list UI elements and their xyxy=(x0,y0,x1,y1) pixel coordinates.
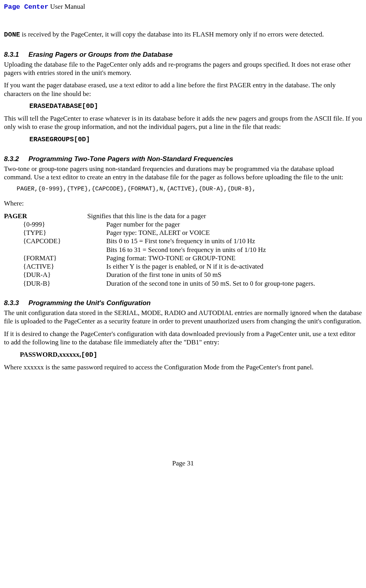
section-number: 8.3.2 xyxy=(4,155,19,163)
section-title: Erasing Pagers or Groups from the Databa… xyxy=(29,51,173,58)
body-paragraph: Where xxxxxx is the same password requir… xyxy=(4,363,362,371)
definition-row: {TYPE}Pager type: TONE, ALERT or VOICE xyxy=(4,229,362,237)
code-erasegroups: ERASEGROUPS[0D] xyxy=(29,135,362,144)
definition-row: {DUR-A}Duration of the first tone in uni… xyxy=(4,271,362,279)
definition-term: {FORMAT} xyxy=(4,254,106,262)
definition-desc: Bits 0 to 15 = First tone's frequency in… xyxy=(106,237,362,245)
password-bold: PASSWORD,xxxxxx, xyxy=(20,351,81,358)
definition-term: {TYPE} xyxy=(4,229,106,237)
body-paragraph: If you want the pager database erased, u… xyxy=(4,81,362,98)
header-product-name: Page Center xyxy=(4,3,48,11)
definition-row: {ACTIVE}Is either Y is the pager is enab… xyxy=(4,262,362,271)
code-password: PASSWORD,xxxxxx,[0D] xyxy=(20,350,362,359)
section-8-3-2-heading: 8.3.2Programming Two-Tone Pagers with No… xyxy=(4,155,362,163)
definition-term: {DUR-A} xyxy=(4,271,106,279)
definition-desc: Pager type: TONE, ALERT or VOICE xyxy=(106,229,362,237)
definition-desc: Paging format: TWO-TONE or GROUP-TONE xyxy=(106,254,362,262)
definition-term: {CAPCODE} xyxy=(4,237,106,245)
page-header: Page Center User Manual xyxy=(4,2,362,11)
where-label: Where: xyxy=(4,199,362,208)
password-mono: [0D] xyxy=(81,351,98,359)
section-8-3-3-heading: 8.3.3Programming the Unit's Configuratio… xyxy=(4,299,362,307)
definition-row: {FORMAT}Paging format: TWO-TONE or GROUP… xyxy=(4,254,362,262)
section-title: Programming the Unit's Configuration xyxy=(29,299,151,307)
body-paragraph: The unit configuration data stored in th… xyxy=(4,309,362,326)
section-title: Programming Two-Tone Pagers with Non-Sta… xyxy=(29,155,233,163)
definition-row: {CAPCODE}Bits 0 to 15 = First tone's fre… xyxy=(4,237,362,245)
section-8-3-1-heading: 8.3.1Erasing Pagers or Groups from the D… xyxy=(4,50,362,59)
definition-row: Bits 16 to 31 = Second tone's frequency … xyxy=(4,246,362,254)
definition-term: PAGER xyxy=(4,212,87,220)
definition-term xyxy=(4,246,106,254)
definition-row: {DUR-B}Duration of the second tone in un… xyxy=(4,279,362,288)
section-number: 8.3.3 xyxy=(4,299,19,307)
intro-paragraph: DONE is received by the PageCenter, it w… xyxy=(4,30,362,39)
definition-desc: Pager number for the pager xyxy=(106,220,362,229)
definition-row: PAGERSignifies that this line is the dat… xyxy=(4,212,362,220)
definition-term: {DUR-B} xyxy=(4,279,106,288)
definition-term: {ACTIVE} xyxy=(4,262,106,271)
body-paragraph: Two-tone or group-tone pagers using non-… xyxy=(4,165,362,182)
done-keyword: DONE xyxy=(4,31,20,38)
section-number: 8.3.1 xyxy=(4,51,19,58)
definition-term: {0-999} xyxy=(4,220,106,229)
code-erasedatabase: ERASEDATABASE[0D] xyxy=(29,102,362,110)
definition-desc: Duration of the first tone in units of 5… xyxy=(106,271,362,279)
page-footer: Page 31 xyxy=(4,459,362,467)
body-paragraph: If it is desired to change the PageCente… xyxy=(4,330,362,347)
header-doc-title: User Manual xyxy=(48,3,85,10)
definition-desc: Bits 16 to 31 = Second tone's frequency … xyxy=(106,246,362,254)
definition-desc: Is either Y is the pager is enabled, or … xyxy=(106,262,362,271)
code-pager-entry: PAGER,{0-999},{TYPE},{CAPCODE},{FORMAT},… xyxy=(17,186,362,193)
definition-desc: Signifies that this line is the data for… xyxy=(87,212,362,220)
definition-row: {0-999}Pager number for the pager xyxy=(4,220,362,229)
body-paragraph: This will tell the PageCenter to erase w… xyxy=(4,114,362,131)
definition-table: PAGERSignifies that this line is the dat… xyxy=(4,212,362,288)
body-paragraph: Uploading the database file to the PageC… xyxy=(4,60,362,77)
definition-desc: Duration of the second tone in units of … xyxy=(106,279,362,288)
intro-text: is received by the PageCenter, it will c… xyxy=(20,31,324,38)
